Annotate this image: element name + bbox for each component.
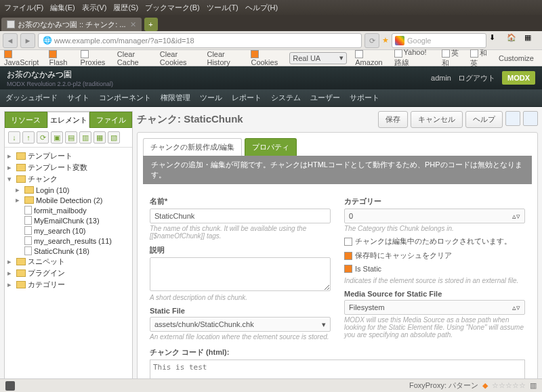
tab-elements[interactable]: エレメント (47, 112, 90, 128)
yahoo-link[interactable]: Yahoo!路線 (394, 48, 434, 67)
file-icon (24, 246, 32, 255)
rating-stars[interactable]: ☆☆☆☆☆ (492, 381, 526, 390)
ua-select[interactable]: Real UA▾ (289, 52, 347, 64)
toolbar-icon-1[interactable]: ⬇ (489, 33, 504, 48)
menu-help[interactable]: ヘルプ(H) (245, 3, 278, 13)
file-icon (24, 226, 32, 235)
tree-tplvars[interactable]: ▸テンプレート変数 (6, 162, 131, 173)
close-tab-icon[interactable]: ✕ (130, 20, 136, 29)
eiwa-link[interactable]: 英和 (442, 48, 462, 68)
tree-chunks[interactable]: ▾チャンク (6, 173, 131, 185)
name-input[interactable] (150, 209, 331, 223)
category-select[interactable]: 0▵▿ (344, 209, 525, 223)
js-toggle[interactable]: JavaScript (4, 49, 41, 66)
search-box[interactable]: Google (392, 33, 486, 48)
tree-formit[interactable]: formit_mailbody (6, 205, 131, 215)
lock-checkbox[interactable]: チャンクは編集中のためロックされています。 (344, 236, 525, 246)
waei-link[interactable]: 和英 (470, 48, 491, 68)
cancel-button[interactable]: キャンセル (411, 111, 463, 128)
delete-icon[interactable] (523, 111, 538, 126)
back-button[interactable]: ◄ (3, 33, 18, 48)
toolbar-icon-2[interactable]: ▦ (524, 33, 539, 48)
tree-myemail[interactable]: MyEmailChunk (13) (6, 215, 131, 225)
proxies-toggle[interactable]: Proxies (81, 49, 109, 66)
status-extra-icon[interactable]: ▥ (530, 381, 537, 390)
nav-permissions[interactable]: 権限管理 (161, 93, 190, 103)
flash-toggle[interactable]: Flash (49, 49, 72, 66)
nav-components[interactable]: コンポーネント (99, 93, 151, 103)
tab-resources[interactable]: リソース (5, 112, 47, 128)
reload-button[interactable]: ⟳ (364, 33, 379, 48)
tree-plugins[interactable]: ▸プラグイン (6, 267, 131, 279)
favicon-icon (7, 20, 15, 28)
menu-edit[interactable]: 編集(E) (50, 3, 75, 13)
new-plugin-icon[interactable]: ▧ (108, 131, 120, 144)
foxyproxy-status[interactable]: FoxyProxy: パターン (409, 380, 478, 391)
logout-link[interactable]: ログアウト (458, 73, 495, 83)
clear-cookies-link[interactable]: Clear Cookies (160, 50, 199, 66)
help-button[interactable]: ヘルプ (465, 111, 503, 128)
tree-staticchunk[interactable]: StaticChunk (18) (6, 246, 131, 256)
clear-history-link[interactable]: Clear History (207, 50, 243, 66)
admin-link[interactable]: admin (431, 74, 451, 82)
tree-categories[interactable]: ▸カテゴリー (6, 279, 131, 290)
save-button[interactable]: 保存 (378, 111, 408, 128)
url-input[interactable]: 🌐 www.example.com/manager/?a=10&id=18 (38, 33, 362, 48)
tree-mysearch[interactable]: my_search (10) (6, 225, 131, 236)
new-tab-button[interactable]: + (144, 18, 158, 31)
nav-system[interactable]: システム (271, 93, 301, 103)
tab-properties[interactable]: プロパティ (245, 138, 297, 156)
globe-icon: 🌐 (43, 36, 52, 45)
desc-input[interactable] (150, 257, 331, 291)
new-chunk-icon[interactable]: ▥ (79, 131, 91, 144)
collapse-icon[interactable]: ↑ (22, 131, 35, 144)
tree-login[interactable]: ▸Login (10) (6, 185, 131, 195)
foxyproxy-icon[interactable]: ◆ (482, 381, 488, 390)
isstatic-checkbox[interactable]: Is Static (344, 265, 525, 273)
nav-users[interactable]: ユーザー (310, 93, 340, 103)
menu-file[interactable]: ファイル(F) (4, 3, 43, 13)
cookies-toggle[interactable]: Cookies (251, 49, 281, 66)
app-header: お茶のなかみつ園 MODX Revolution 2.2.0-pl2 (trad… (0, 66, 542, 89)
nav-tools[interactable]: ツール (200, 93, 222, 103)
tree-templates[interactable]: ▸テンプレート (6, 150, 131, 162)
nav-support[interactable]: サポート (350, 93, 379, 103)
checkbox-on-icon (344, 265, 352, 273)
customize-link[interactable]: Customize (499, 54, 534, 62)
expand-icon[interactable]: ↓ (8, 131, 20, 144)
menu-view[interactable]: 表示(V) (82, 3, 107, 13)
new-tv-icon[interactable]: ▤ (65, 131, 77, 144)
tree-snippets[interactable]: ▸スニペット (6, 256, 131, 267)
home-icon[interactable]: 🏠 (507, 33, 522, 48)
menu-history[interactable]: 履歴(S) (113, 3, 138, 13)
menu-bookmarks[interactable]: ブックマーク(B) (145, 3, 200, 13)
tab-files[interactable]: ファイル (89, 112, 132, 128)
isstatic-help: Indicates if the element source is store… (344, 277, 525, 284)
clear-cache-link[interactable]: Clear Cache (117, 50, 152, 66)
browser-tab[interactable]: お茶のなかみつ園 :: チャンク: ... ✕ (1, 18, 142, 31)
chevron-updown-icon: ▵▿ (512, 303, 520, 312)
refresh-icon[interactable]: ⟳ (37, 131, 49, 144)
nav-site[interactable]: サイト (67, 93, 89, 103)
clearcache-checkbox[interactable]: 保存時にキャッシュをクリア (344, 251, 525, 261)
new-template-icon[interactable]: ▣ (51, 131, 63, 144)
category-label: カテゴリー (344, 196, 525, 206)
duplicate-icon[interactable] (505, 111, 520, 126)
nav-reports[interactable]: レポート (232, 93, 262, 103)
file-icon (24, 236, 32, 245)
bookmark-star-icon[interactable]: ★ (382, 36, 389, 45)
tree-mobile[interactable]: ▸Mobile Detection (2) (6, 195, 131, 205)
new-snippet-icon[interactable]: ▦ (93, 131, 106, 144)
status-icon[interactable] (5, 381, 15, 391)
mediasource-select[interactable]: Filesystem▵▿ (344, 300, 525, 315)
nav-dashboard[interactable]: ダッシュボード (5, 93, 58, 103)
tab-edit-chunk[interactable]: チャンクの新規作成/編集 (143, 138, 242, 156)
amazon-link[interactable]: Amazon (355, 49, 385, 66)
tree-myresults[interactable]: my_search_results (11) (6, 236, 131, 246)
main-nav: ダッシュボード サイト コンポーネント 権限管理 ツール レポート システム ユ… (0, 89, 542, 107)
staticfile-input[interactable]: assets/chunk/StaticChunk.chk▾ (150, 317, 331, 332)
name-label: 名前* (150, 196, 331, 206)
folder-icon (16, 175, 26, 183)
modx-logo[interactable]: MODX (502, 71, 535, 85)
menu-tools[interactable]: ツール(T) (207, 3, 238, 13)
